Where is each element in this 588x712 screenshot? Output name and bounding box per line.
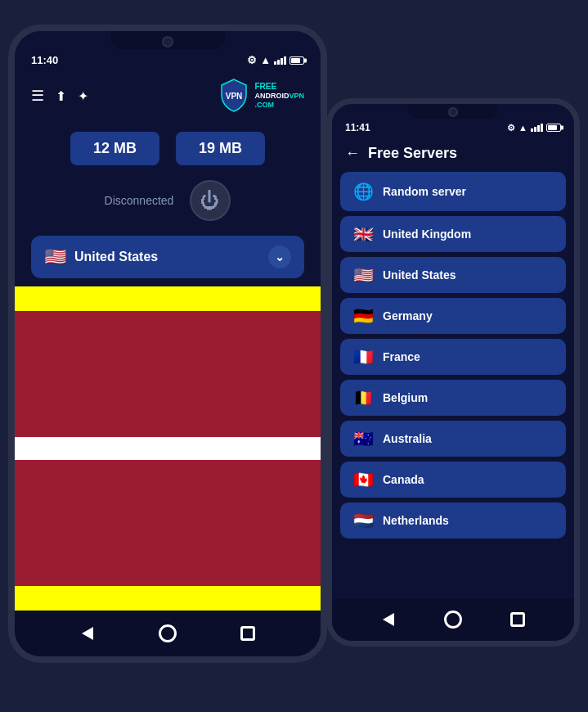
power-icon: ⏻ (200, 189, 220, 212)
home-button-left[interactable] (155, 620, 181, 647)
server-name-fr: France (383, 350, 420, 363)
connection-row: Disconnected ⏻ (15, 173, 321, 228)
country-name: United States (74, 250, 158, 264)
servers-list: 🌐 Random server 🇬🇧 United Kingdom 🇺🇸 Uni… (332, 172, 574, 598)
flag-yellow-top (15, 286, 321, 311)
server-name-ca: Canada (383, 473, 424, 486)
bottom-nav-right (332, 598, 574, 641)
server-name-nl: Netherlands (383, 514, 449, 527)
left-time: 11:40 (31, 54, 58, 66)
server-item-uk[interactable]: 🇬🇧 United Kingdom (340, 216, 566, 252)
free-servers-header: ← Free Servers (332, 138, 574, 172)
logo-area: VPN FREE ANDROIDVPN .COM (218, 78, 304, 114)
home-button-right[interactable] (440, 606, 466, 633)
server-item-nl[interactable]: 🇳🇱 Netherlands (340, 502, 566, 539)
right-phone-screen: 11:41 ⚙ ▲ ← Free Servers (332, 104, 574, 641)
logo-shield-icon: VPN (218, 78, 249, 114)
right-settings-icon: ⚙ (507, 123, 515, 133)
phone-left: 11:40 ⚙ ▲ ☰ ⬆ ✦ (8, 25, 327, 663)
server-name-de: Germany (383, 309, 433, 322)
right-wifi-icon: ▲ (518, 123, 527, 133)
flag-ca: 🇨🇦 (352, 470, 375, 489)
top-nav-left: ☰ ⬆ ✦ VPN FREE ANDROIDVPN .COM (15, 71, 321, 124)
logo-com: .COM (254, 101, 304, 110)
home-circle-icon-right (444, 611, 462, 629)
home-circle-icon (159, 624, 177, 642)
flag-white-stripe (15, 437, 321, 460)
logo-text: FREE ANDROIDVPN .COM (254, 82, 304, 110)
globe-icon: 🌐 (352, 180, 375, 203)
flag-yellow-bottom (15, 586, 321, 611)
flag-red-bottom (15, 460, 321, 586)
svg-text:VPN: VPN (226, 92, 243, 101)
power-button[interactable]: ⏻ (190, 180, 231, 221)
download-badge: 12 MB (70, 132, 159, 165)
flag-us: 🇺🇸 (352, 265, 375, 285)
back-button-left[interactable] (74, 620, 101, 647)
server-item-random[interactable]: 🌐 Random server (340, 172, 566, 211)
flag-au: 🇦🇺 (352, 429, 375, 448)
right-battery-icon (546, 124, 561, 132)
server-item-de[interactable]: 🇩🇪 Germany (340, 298, 566, 334)
chevron-down-icon: ⌄ (268, 246, 291, 268)
logo-free: FREE (254, 82, 304, 92)
server-name-be: Belgium (383, 391, 428, 404)
server-item-fr[interactable]: 🇫🇷 France (340, 339, 566, 375)
left-phone-camera (162, 36, 173, 47)
country-selector[interactable]: 🇺🇸 United States ⌄ (31, 236, 304, 278)
server-item-au[interactable]: 🇦🇺 Australia (340, 421, 566, 457)
connection-status: Disconnected (105, 194, 174, 207)
server-item-us[interactable]: 🇺🇸 United States (340, 257, 566, 293)
settings-icon: ⚙ (247, 54, 257, 66)
back-button-right[interactable] (375, 606, 402, 633)
free-servers-title: Free Servers (368, 145, 457, 162)
server-name-us: United States (383, 268, 456, 282)
flag-display (15, 286, 321, 611)
server-item-ca[interactable]: 🇨🇦 Canada (340, 462, 566, 498)
flag-nl: 🇳🇱 (352, 511, 375, 530)
right-status-icons: ⚙ ▲ (507, 123, 561, 133)
bottom-nav-left (15, 611, 321, 656)
right-signal-bars (531, 124, 543, 132)
wifi-icon: ▲ (260, 54, 271, 66)
signal-bars (274, 56, 286, 65)
flag-uk: 🇬🇧 (352, 224, 375, 244)
right-time: 11:41 (345, 122, 370, 133)
server-name-random: Random server (383, 185, 466, 198)
scene: 11:40 ⚙ ▲ ☰ ⬆ ✦ (0, 0, 588, 712)
logo-android: ANDROIDVPN (254, 92, 304, 101)
nav-icons-left: ☰ ⬆ ✦ (31, 87, 88, 105)
server-name-au: Australia (383, 432, 432, 445)
left-status-icons: ⚙ ▲ (247, 54, 304, 66)
back-arrow-icon (82, 627, 93, 640)
favorites-icon[interactable]: ✦ (78, 88, 88, 104)
phone-right: 11:41 ⚙ ▲ ← Free Servers (326, 98, 580, 647)
flag-de: 🇩🇪 (352, 306, 375, 326)
recents-square-icon-right (510, 612, 525, 627)
data-row: 12 MB 19 MB (15, 124, 321, 173)
recents-button-left[interactable] (235, 620, 261, 647)
left-phone-screen: 11:40 ⚙ ▲ ☰ ⬆ ✦ (15, 31, 321, 656)
back-arrow-right[interactable]: ← (345, 145, 360, 162)
menu-icon[interactable]: ☰ (31, 87, 44, 105)
back-arrow-icon-right (383, 613, 394, 626)
country-flag: 🇺🇸 (44, 246, 66, 268)
share-icon[interactable]: ⬆ (56, 88, 66, 104)
flag-be: 🇧🇪 (352, 388, 375, 408)
recents-square-icon (240, 626, 255, 641)
server-item-be[interactable]: 🇧🇪 Belgium (340, 380, 566, 416)
recents-button-right[interactable] (505, 606, 531, 633)
server-name-uk: United Kingdom (383, 228, 471, 241)
upload-badge: 19 MB (176, 132, 265, 165)
flag-fr: 🇫🇷 (352, 347, 375, 367)
battery-icon (290, 56, 304, 65)
right-phone-camera (448, 107, 458, 117)
flag-red-top (15, 311, 321, 437)
